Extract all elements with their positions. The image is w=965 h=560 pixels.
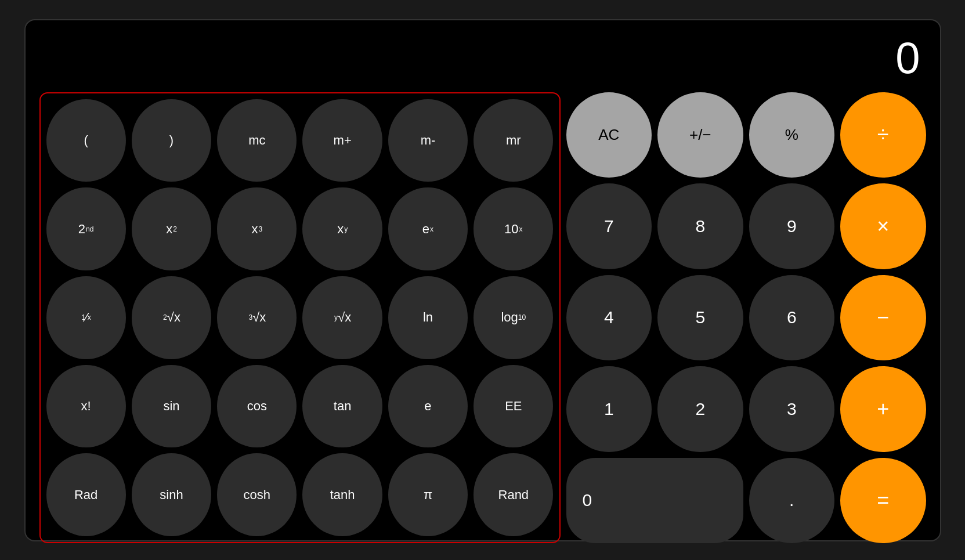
ee-button[interactable]: EE xyxy=(474,365,553,448)
buttons-area: ( ) mc m+ m- mr 2nd x2 x3 xy ex 10x 1⁄x … xyxy=(39,92,926,544)
log10-button[interactable]: log10 xyxy=(474,276,553,359)
one-over-x-button[interactable]: 1⁄x xyxy=(46,276,126,359)
ln-button[interactable]: ln xyxy=(388,276,468,359)
e-pow-x-button[interactable]: ex xyxy=(388,187,468,270)
tanh-button[interactable]: tanh xyxy=(302,453,382,536)
tan-button[interactable]: tan xyxy=(302,365,382,448)
yth-root-button[interactable]: y√x xyxy=(302,276,382,359)
minus-button[interactable]: − xyxy=(840,275,926,361)
rand-button[interactable]: Rand xyxy=(474,453,553,536)
m-minus-button[interactable]: m- xyxy=(388,99,468,182)
mc-button[interactable]: mc xyxy=(217,99,297,182)
decimal-button[interactable]: . xyxy=(749,458,835,544)
3rd-root-button[interactable]: 3√x xyxy=(217,276,297,359)
x-cubed-button[interactable]: x3 xyxy=(217,187,297,270)
standard-panel: AC +/− % ÷ 7 8 9 × 4 5 6 − 1 2 3 + 0 . = xyxy=(566,92,926,544)
x-squared-button[interactable]: x2 xyxy=(132,187,211,270)
pi-button[interactable]: π xyxy=(388,453,468,536)
sin-button[interactable]: sin xyxy=(132,365,211,448)
10-pow-x-button[interactable]: 10x xyxy=(474,187,553,270)
m-plus-button[interactable]: m+ xyxy=(302,99,382,182)
rad-button[interactable]: Rad xyxy=(46,453,126,536)
plus-minus-button[interactable]: +/− xyxy=(657,92,743,178)
close-paren-button[interactable]: ) xyxy=(132,99,211,182)
scientific-panel: ( ) mc m+ m- mr 2nd x2 x3 xy ex 10x 1⁄x … xyxy=(39,92,561,544)
multiply-button[interactable]: × xyxy=(840,183,926,269)
cosh-button[interactable]: cosh xyxy=(217,453,297,536)
2nd-button[interactable]: 2nd xyxy=(46,187,126,270)
three-button[interactable]: 3 xyxy=(749,366,835,452)
display-value: 0 xyxy=(895,32,919,83)
six-button[interactable]: 6 xyxy=(749,275,835,361)
seven-button[interactable]: 7 xyxy=(566,183,652,269)
e-button[interactable]: e xyxy=(388,365,468,448)
plus-button[interactable]: + xyxy=(840,366,926,452)
cos-button[interactable]: cos xyxy=(217,365,297,448)
nine-button[interactable]: 9 xyxy=(749,183,835,269)
open-paren-button[interactable]: ( xyxy=(46,99,126,182)
divide-button[interactable]: ÷ xyxy=(840,92,926,178)
2nd-root-button[interactable]: 2√x xyxy=(132,276,211,359)
calculator: 0 ( ) mc m+ m- mr 2nd x2 x3 xy ex 10x 1⁄… xyxy=(24,19,941,541)
sinh-button[interactable]: sinh xyxy=(132,453,211,536)
x-pow-y-button[interactable]: xy xyxy=(302,187,382,270)
equals-button[interactable]: = xyxy=(840,458,926,544)
factorial-button[interactable]: x! xyxy=(46,365,126,448)
zero-button[interactable]: 0 xyxy=(566,458,743,544)
one-button[interactable]: 1 xyxy=(566,366,652,452)
mr-button[interactable]: mr xyxy=(474,99,553,182)
five-button[interactable]: 5 xyxy=(657,275,743,361)
ac-button[interactable]: AC xyxy=(566,92,652,178)
two-button[interactable]: 2 xyxy=(657,366,743,452)
four-button[interactable]: 4 xyxy=(566,275,652,361)
percent-button[interactable]: % xyxy=(749,92,835,178)
display: 0 xyxy=(39,34,926,92)
eight-button[interactable]: 8 xyxy=(657,183,743,269)
